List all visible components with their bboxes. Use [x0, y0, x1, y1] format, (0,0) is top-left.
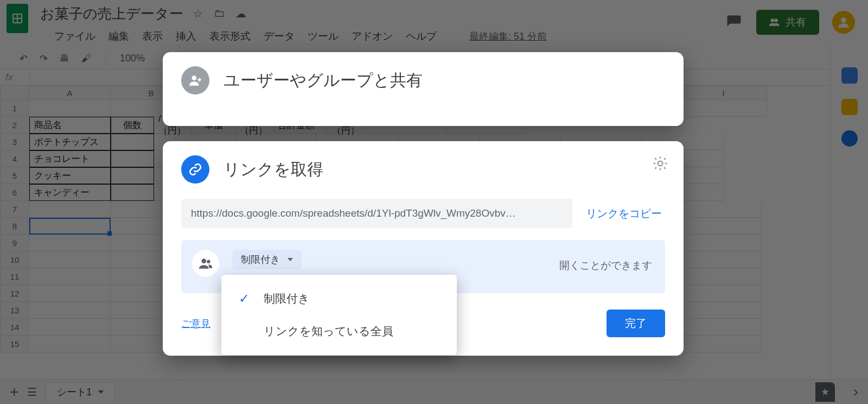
share-people-card: ユーザーやグループと共有 — [163, 52, 684, 126]
link-icon — [181, 155, 209, 184]
access-level-dropdown: ✓ 制限付き リンクを知っている全員 — [221, 275, 457, 355]
copy-link-button[interactable]: リンクをコピー — [583, 206, 665, 221]
done-button[interactable]: 完了 — [607, 310, 665, 337]
chevron-down-icon — [288, 258, 293, 261]
send-feedback-link[interactable]: ご意見 — [181, 317, 210, 330]
access-description: 開くことができます — [559, 258, 652, 273]
get-link-title: リンクを取得 — [224, 159, 323, 181]
share-link-field[interactable]: https://docs.google.com/spreadsheets/d/1… — [181, 199, 573, 228]
svg-point-6 — [201, 258, 206, 263]
access-option-anyone-with-link[interactable]: リンクを知っている全員 — [221, 315, 457, 348]
share-people-title: ユーザーやグループと共有 — [224, 70, 423, 92]
option-label: 制限付き — [264, 291, 310, 306]
settings-gear-icon[interactable] — [652, 155, 668, 174]
access-option-restricted[interactable]: ✓ 制限付き — [221, 282, 457, 315]
person-add-icon — [181, 66, 209, 94]
access-level-select[interactable]: 制限付き — [232, 250, 302, 269]
option-label: リンクを知っている全員 — [264, 324, 393, 339]
svg-point-5 — [658, 161, 663, 166]
check-icon: ✓ — [237, 291, 252, 306]
people-icon — [192, 250, 219, 277]
svg-point-4 — [192, 75, 197, 80]
access-level-label: 制限付き — [241, 253, 280, 266]
svg-point-7 — [207, 260, 210, 264]
